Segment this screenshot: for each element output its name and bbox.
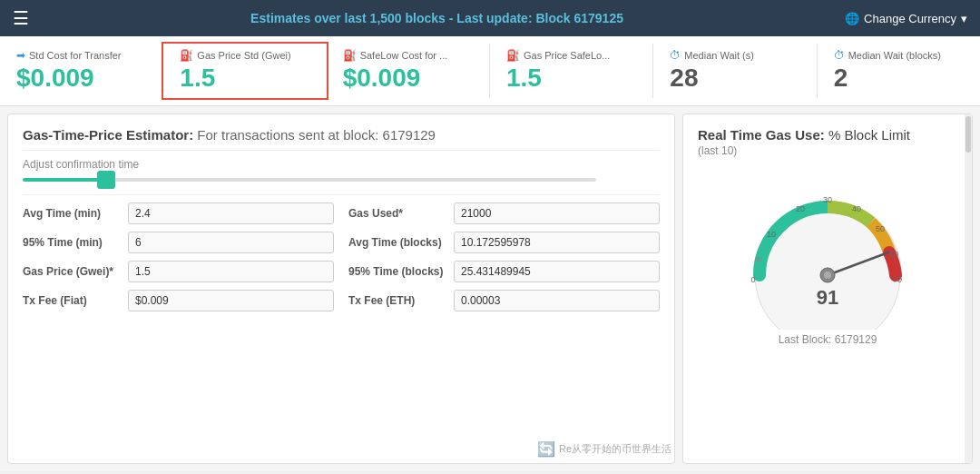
gauge-container: 0 10 20 30 40 50 60 70 80 xyxy=(698,166,957,330)
svg-text:10: 10 xyxy=(767,230,776,239)
estimator-title-bold: Gas-Time-Price Estimator: xyxy=(23,127,193,143)
svg-text:30: 30 xyxy=(823,195,832,204)
last-block-text: Last Block: 6179129 xyxy=(698,333,957,346)
nav-estimates-text: Estimates over last 1,500 blocks - Last … xyxy=(250,11,573,25)
slider-thumb[interactable] xyxy=(97,171,115,189)
label-95-time-blocks: 95% Time (blocks) xyxy=(348,265,448,278)
gas-icon-2: ⛽ xyxy=(343,49,357,62)
slider-track xyxy=(23,178,596,182)
stat-label-text-median-wait-s: Median Wait (s) xyxy=(684,50,754,61)
top-nav: ☰ Estimates over last 1,500 blocks - Las… xyxy=(0,0,980,36)
input-95-time-blocks[interactable] xyxy=(454,261,660,282)
horizontal-scrollbar[interactable] xyxy=(8,463,674,464)
divider-1 xyxy=(23,150,660,151)
stat-gas-price-safelow: ⛽ Gas Price SafeLo... 1.5 xyxy=(490,44,653,98)
label-avg-time-min: Avg Time (min) xyxy=(23,207,122,220)
svg-text:0: 0 xyxy=(750,275,755,284)
svg-text:60: 60 xyxy=(889,250,898,259)
form-row-avg-time-blocks: Avg Time (blocks) xyxy=(348,232,660,253)
nav-block-number: 6179125 xyxy=(573,11,623,25)
gas-use-subtitle: (last 10) xyxy=(698,144,957,157)
input-gas-price-gwei[interactable] xyxy=(128,261,334,282)
form-row-95-time-min: 95% Time (min) xyxy=(23,232,334,253)
currency-label: Change Currency xyxy=(864,12,956,25)
label-avg-time-blocks: Avg Time (blocks) xyxy=(348,236,448,249)
stat-label-median-wait-s: ⏱ Median Wait (s) xyxy=(670,49,799,62)
stat-value-gas-price-std: 1.5 xyxy=(180,64,309,93)
label-95-time-min: 95% Time (min) xyxy=(23,236,122,249)
svg-text:40: 40 xyxy=(852,204,861,213)
svg-text:70: 70 xyxy=(893,275,902,284)
input-tx-fee-fiat[interactable] xyxy=(128,290,334,311)
chevron-down-icon: ▾ xyxy=(961,12,967,25)
svg-text:91: 91 xyxy=(817,286,838,309)
stat-std-cost-transfer: ➡ Std Cost for Transfer $0.009 xyxy=(0,44,163,98)
globe-icon: 🌐 xyxy=(845,12,859,25)
adjust-confirmation-label: Adjust confirmation time xyxy=(23,158,660,171)
slider-container[interactable] xyxy=(23,178,660,182)
change-currency-button[interactable]: 🌐 Change Currency ▾ xyxy=(845,12,967,25)
stat-label-safelow-cost: ⛽ SafeLow Cost for ... xyxy=(343,49,473,62)
stat-value-median-wait-s: 28 xyxy=(670,64,799,93)
stat-value-gas-price-safelow: 1.5 xyxy=(506,64,636,93)
gas-use-title-suffix: % Block Limit xyxy=(828,127,910,143)
label-gas-price-gwei: Gas Price (Gwei)* xyxy=(23,265,122,278)
slider-fill xyxy=(23,178,109,182)
left-panel: Gas-Time-Price Estimator: For transactio… xyxy=(7,114,675,464)
stat-safelow-cost: ⛽ SafeLow Cost for ... $0.009 xyxy=(327,44,490,98)
right-panel-title: Real Time Gas Use: % Block Limit xyxy=(698,127,957,143)
form-row-tx-fee-eth: Tx Fee (ETH) xyxy=(348,290,660,311)
gas-icon-3: ⛽ xyxy=(506,49,520,62)
menu-icon[interactable]: ☰ xyxy=(13,7,29,29)
input-avg-time-blocks[interactable] xyxy=(454,232,660,253)
form-row-gas-used: Gas Used* xyxy=(348,202,660,224)
gas-icon-1: ⛽ xyxy=(180,49,193,62)
stat-gas-price-std: ⛽ Gas Price Std (Gwei) 1.5 xyxy=(162,42,328,100)
left-panel-title: Gas-Time-Price Estimator: For transactio… xyxy=(23,127,660,143)
estimator-title-subtitle: For transactions sent at block: 6179129 xyxy=(197,127,436,143)
stat-label-gas-price-std: ⛽ Gas Price Std (Gwei) xyxy=(180,49,309,62)
form-row-avg-time-min: Avg Time (min) xyxy=(23,202,334,224)
label-tx-fee-eth: Tx Fee (ETH) xyxy=(348,294,448,307)
stat-value-safelow-cost: $0.009 xyxy=(343,64,473,93)
stat-label-text-safelow-cost: SafeLow Cost for ... xyxy=(360,50,448,61)
right-v-scrollbar-thumb xyxy=(965,116,971,153)
gauge-svg: 0 10 20 30 40 50 60 70 80 xyxy=(728,166,927,330)
stat-label-std-cost: ➡ Std Cost for Transfer xyxy=(16,49,146,62)
form-grid: Avg Time (min) Gas Used* 95% Time (min) … xyxy=(23,202,660,311)
form-row-95-time-blocks: 95% Time (blocks) xyxy=(348,261,660,282)
left-panel-scroll[interactable]: Gas-Time-Price Estimator: For transactio… xyxy=(8,114,674,463)
gas-use-title: Real Time Gas Use: xyxy=(698,127,825,143)
stat-median-wait-s: ⏱ Median Wait (s) 28 xyxy=(653,44,817,98)
timer-icon-1: ⏱ xyxy=(670,49,681,62)
right-v-scrollbar[interactable] xyxy=(965,114,972,463)
main-content: Gas-Time-Price Estimator: For transactio… xyxy=(0,106,980,471)
divider-2 xyxy=(23,194,660,195)
form-row-tx-fee-fiat: Tx Fee (Fiat) xyxy=(23,290,334,311)
stat-label-gas-price-safelow: ⛽ Gas Price SafeLo... xyxy=(506,49,636,62)
timer-icon-2: ⏱ xyxy=(834,49,845,62)
stat-value-std-cost: $0.009 xyxy=(16,64,146,93)
stat-label-text-std-cost: Std Cost for Transfer xyxy=(29,50,121,61)
stat-label-text-gas-price-std: Gas Price Std (Gwei) xyxy=(197,50,290,61)
stat-value-median-wait-blocks: 2 xyxy=(834,64,964,93)
stat-label-median-wait-blocks: ⏱ Median Wait (blocks) xyxy=(834,49,964,62)
stat-label-text-median-wait-blocks: Median Wait (blocks) xyxy=(848,50,941,61)
input-95-time-min[interactable] xyxy=(128,232,334,253)
stat-median-wait-blocks: ⏱ Median Wait (blocks) 2 xyxy=(818,44,980,98)
nav-center-text: Estimates over last 1,500 blocks - Last … xyxy=(250,11,623,25)
svg-text:20: 20 xyxy=(796,204,805,213)
label-tx-fee-fiat: Tx Fee (Fiat) xyxy=(23,294,122,307)
right-panel: Real Time Gas Use: % Block Limit (last 1… xyxy=(682,114,973,464)
label-gas-used: Gas Used* xyxy=(348,207,448,220)
right-panel-scroll[interactable]: Real Time Gas Use: % Block Limit (last 1… xyxy=(683,114,972,463)
svg-text:50: 50 xyxy=(876,224,885,233)
arrow-icon: ➡ xyxy=(16,49,25,62)
input-gas-used[interactable] xyxy=(454,202,660,224)
stat-label-text-gas-price-safelow: Gas Price SafeLo... xyxy=(524,50,610,61)
input-tx-fee-eth[interactable] xyxy=(454,290,660,311)
input-avg-time-min[interactable] xyxy=(128,202,334,224)
stats-bar: ➡ Std Cost for Transfer $0.009 ⛽ Gas Pri… xyxy=(0,36,980,106)
form-row-gas-price-gwei: Gas Price (Gwei)* xyxy=(23,261,334,282)
svg-text:80: 80 xyxy=(755,255,763,263)
